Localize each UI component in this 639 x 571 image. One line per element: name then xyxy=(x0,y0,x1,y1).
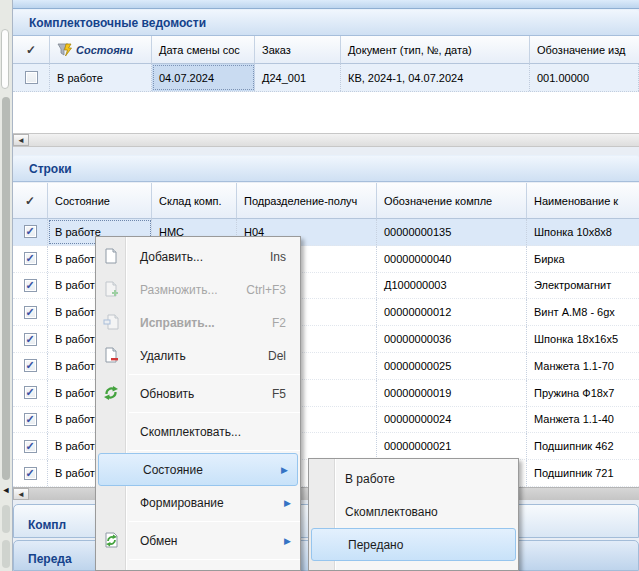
cell-name[interactable]: Шпонка 10х8х8 xyxy=(527,219,639,245)
submenu-arrow-icon: ▶ xyxy=(281,465,288,475)
menu-item-partial[interactable] xyxy=(96,562,300,571)
cell-name[interactable]: Шпонка 18х16х5 xyxy=(527,326,639,352)
refresh-icon xyxy=(103,385,119,401)
menu-item-label: Обновить xyxy=(140,387,194,401)
menu-item-label: Исправить... xyxy=(140,316,215,330)
left-panel-handle-bottom2[interactable] xyxy=(2,540,10,568)
cell-name[interactable]: Бирка xyxy=(527,246,639,272)
scroll-left-icon[interactable]: ◄ xyxy=(13,134,29,146)
filter-lightning-icon xyxy=(57,43,73,57)
state-submenu: В работе Скомплектовано Передано xyxy=(308,458,519,571)
menu-item-delete[interactable]: Удалить Del xyxy=(96,339,300,372)
menu-item-label: Формирование xyxy=(140,496,224,510)
menu-item-edit[interactable]: Исправить... F2 xyxy=(96,306,300,339)
cell-name[interactable]: Подшипник 721 xyxy=(527,460,639,486)
stroki-col-name[interactable]: Наименование к xyxy=(527,183,639,219)
menu-item-refresh[interactable]: Обновить F5 xyxy=(96,377,300,410)
submenu-item-label: В работе xyxy=(345,472,395,486)
left-panel-handle[interactable] xyxy=(1,29,9,89)
vedomosti-cell-state[interactable]: В работе xyxy=(50,64,152,91)
checkbox-checked[interactable]: ✓ xyxy=(24,306,37,319)
vedomosti-col-order[interactable]: Заказ xyxy=(255,36,341,64)
cell-name[interactable]: Манжета 1.1-40 xyxy=(527,407,639,433)
cell-name[interactable]: Винт А.М8 - 6gx xyxy=(527,299,639,325)
submenu-item-label: Скомплектовано xyxy=(345,505,438,519)
left-panel-handle-bottom1[interactable] xyxy=(2,505,10,533)
vedomosti-cell-date[interactable]: 04.07.2024 xyxy=(152,64,255,91)
checkmark-icon: ✓ xyxy=(25,253,34,263)
cell-name[interactable]: Подшипник 462 xyxy=(527,433,639,459)
checkbox-checked[interactable]: ✓ xyxy=(24,252,37,265)
stroki-col-check[interactable]: ✓ xyxy=(13,183,48,219)
checkbox-checked[interactable]: ✓ xyxy=(24,413,37,426)
menu-item-formation[interactable]: Формирование ▶ xyxy=(96,486,300,519)
vedomosti-row[interactable]: В работе 04.07.2024 Д24_001 КВ, 2024-1, … xyxy=(13,64,639,92)
submenu-item-partial[interactable] xyxy=(309,561,518,571)
cell-name[interactable]: Электромагнит xyxy=(527,273,639,299)
menu-item-shortcut: Ins xyxy=(270,250,286,264)
cell-code[interactable]: 00000000021 xyxy=(377,433,527,459)
vedomosti-cell-document[interactable]: КВ, 2024-1, 04.07.2024 xyxy=(341,64,530,91)
delete-document-icon xyxy=(103,347,119,363)
panel-title-stroki: Строки xyxy=(13,155,639,182)
checkbox-checked[interactable]: ✓ xyxy=(24,386,37,399)
vedomosti-col-date[interactable]: Дата смены сос xyxy=(152,36,255,64)
vedomosti-col-document[interactable]: Документ (тип, №, дата) xyxy=(341,36,530,64)
cell-code[interactable]: 00000000019 xyxy=(377,380,527,406)
cell-code[interactable]: Д100000003 xyxy=(377,273,527,299)
checkmark-icon: ✓ xyxy=(25,387,34,397)
vedomosti-cell-order[interactable]: Д24_001 xyxy=(255,64,341,91)
checkbox-checked[interactable]: ✓ xyxy=(24,279,37,292)
cell-code[interactable]: 00000000012 xyxy=(377,299,527,325)
menu-item-state[interactable]: Состояние ▶ xyxy=(98,453,298,486)
cell-name[interactable]: Пружина Ф18х7 xyxy=(527,380,639,406)
checkmark-icon: ✓ xyxy=(25,280,34,290)
checkbox-checked[interactable]: ✓ xyxy=(24,467,37,480)
menu-item-label: Обмен xyxy=(140,534,178,548)
menu-item-shortcut: Del xyxy=(268,349,286,363)
submenu-item-in-work[interactable]: В работе xyxy=(309,462,518,495)
stroki-col-state[interactable]: Состояние xyxy=(48,183,152,219)
left-collapsed-panel: ◄ xyxy=(0,0,13,571)
duplicate-document-icon xyxy=(103,281,119,297)
submenu-item-transferred[interactable]: Передано xyxy=(311,528,516,561)
cell-code[interactable]: 00000000024 xyxy=(377,407,527,433)
submenu-arrow-icon: ▶ xyxy=(284,498,291,508)
cell-code[interactable]: 00000000135 xyxy=(377,219,527,245)
checkbox-checked[interactable]: ✓ xyxy=(24,225,37,238)
cell-code[interactable]: 00000000025 xyxy=(377,353,527,379)
stroki-col-warehouse[interactable]: Склад комп. xyxy=(152,183,237,219)
collapse-left-icon[interactable]: ◄ xyxy=(0,483,12,497)
stroki-header-row: ✓ Состояние Склад комп. Подразделение-по… xyxy=(13,183,639,219)
menu-item-assemble[interactable]: Скомплектовать... xyxy=(96,415,300,448)
menu-item-duplicate[interactable]: Размножить... Ctrl+F3 xyxy=(96,273,300,306)
cell-name[interactable]: Манжета 1.1-70 xyxy=(527,353,639,379)
checkbox-unchecked[interactable] xyxy=(25,71,38,84)
vedomosti-hscrollbar[interactable]: ◄ xyxy=(13,133,639,147)
cell-code[interactable]: 00000000040 xyxy=(377,246,527,272)
vedomosti-col-state[interactable]: Состояни xyxy=(50,36,152,64)
menu-item-label: Размножить... xyxy=(140,283,218,297)
scroll-left-icon[interactable]: ◄ xyxy=(13,488,29,500)
app-window: ◄ Комплектовочные ведомости ✓ Состояни Д… xyxy=(0,0,639,571)
vedomosti-cell-designation[interactable]: 001.00000 xyxy=(530,64,639,91)
checkbox-checked[interactable]: ✓ xyxy=(24,333,37,346)
menu-item-shortcut: Ctrl+F3 xyxy=(246,283,286,297)
vedomosti-col-check[interactable]: ✓ xyxy=(13,36,50,64)
stroki-col-department[interactable]: Подразделение-получ xyxy=(237,183,377,219)
menu-item-exchange[interactable]: Обмен ▶ xyxy=(96,524,300,557)
menu-item-label: Состояние xyxy=(143,463,203,477)
row-checkbox-cell: ✓ xyxy=(13,273,48,299)
cell-code[interactable]: 00000000036 xyxy=(377,326,527,352)
vedomosti-header-row: ✓ Состояни Дата смены сос Заказ Документ… xyxy=(13,36,639,64)
checkmark-icon: ✓ xyxy=(25,307,34,317)
submenu-item-assembled[interactable]: Скомплектовано xyxy=(309,495,518,528)
left-scrollbar-thumb[interactable] xyxy=(2,97,10,480)
vedomosti-col-designation[interactable]: Обозначение изд xyxy=(530,36,639,64)
row-checkbox-cell: ✓ xyxy=(13,433,48,459)
menu-item-add[interactable]: Добавить... Ins xyxy=(96,240,300,273)
checkbox-checked[interactable]: ✓ xyxy=(24,440,37,453)
checkbox-checked[interactable]: ✓ xyxy=(24,359,37,372)
vedomosti-col-state-label: Состояни xyxy=(76,44,133,56)
stroki-col-code[interactable]: Обозначение компле xyxy=(377,183,527,219)
